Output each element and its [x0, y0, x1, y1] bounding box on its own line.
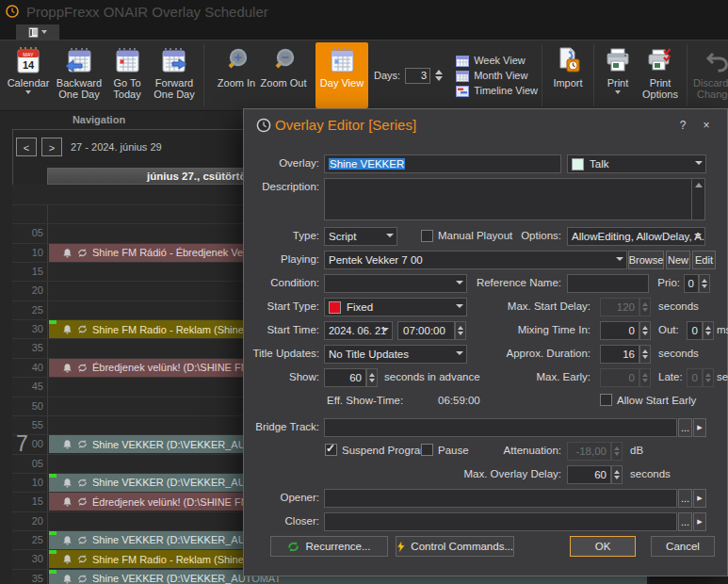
- timeline-view-button[interactable]: Timeline View: [456, 85, 538, 97]
- ok-button[interactable]: OK: [570, 536, 636, 557]
- print-button[interactable]: Print: [598, 42, 638, 108]
- time-gutter-label: 30: [12, 319, 43, 338]
- prio-spinner[interactable]: 0: [684, 274, 699, 293]
- help-button[interactable]: ?: [675, 119, 690, 132]
- discard-all-changes-button[interactable]: Discard All Changes: [691, 42, 728, 108]
- closer-input[interactable]: [324, 512, 677, 531]
- go-to-today-button[interactable]: Go To Today: [105, 42, 149, 108]
- playing-select[interactable]: Pentek Vekker 7 00: [324, 251, 627, 269]
- start-date-select[interactable]: 2024. 06. 21: [324, 321, 393, 340]
- chevron-down-icon: [41, 30, 47, 34]
- start-time-label: Start Time:: [244, 324, 319, 335]
- up-arrow-icon: [614, 470, 620, 474]
- closer-browse-button[interactable]: ...: [678, 512, 692, 531]
- type-select[interactable]: Script: [324, 227, 397, 246]
- week-view-button[interactable]: Week View: [456, 55, 538, 67]
- condition-select[interactable]: [324, 274, 467, 293]
- hour-label: 7: [16, 432, 28, 455]
- show-arrows[interactable]: [366, 368, 378, 387]
- max-overlay-delay-arrows[interactable]: [611, 465, 623, 484]
- mixing-in-arrows[interactable]: [639, 321, 651, 340]
- month-view-button[interactable]: Month View: [456, 70, 538, 82]
- up-arrow-icon: [705, 326, 711, 330]
- toolbar: MAY 14 Calendar Backward One Day Go To T…: [0, 40, 728, 111]
- new-button[interactable]: New: [666, 251, 690, 269]
- closer-play-button[interactable]: ▶: [693, 512, 706, 531]
- manual-playout-checkbox[interactable]: [421, 230, 433, 242]
- max-early-arrows[interactable]: [639, 368, 651, 387]
- next-range-button[interactable]: >: [41, 138, 62, 156]
- attenuation-spinner[interactable]: -18,00: [567, 442, 611, 461]
- list-menu-icon: [28, 27, 39, 38]
- max-start-delay-arrows[interactable]: [639, 298, 651, 316]
- down-arrow-icon: [458, 332, 463, 335]
- bridge-track-input[interactable]: [324, 418, 677, 437]
- time-gutter-label: 50: [12, 397, 43, 415]
- options-select[interactable]: AllowEditing, AllowDelay, A...: [567, 227, 705, 246]
- approx-duration-spinner[interactable]: 16: [600, 345, 639, 364]
- edit-button[interactable]: Edit: [692, 251, 716, 269]
- late-spinner[interactable]: 0: [687, 368, 703, 387]
- prio-spinner-arrows[interactable]: [699, 274, 710, 293]
- suspend-program-checkbox[interactable]: [325, 444, 337, 456]
- zoom-in-button[interactable]: Zoom In: [214, 42, 259, 108]
- show-spinner[interactable]: 60: [324, 368, 366, 387]
- refresh-icon: [77, 496, 88, 507]
- mixing-out-arrows[interactable]: [703, 321, 714, 340]
- up-arrow-icon: [642, 326, 648, 330]
- max-overlay-delay-spinner[interactable]: 60: [567, 465, 611, 484]
- recurrence-button[interactable]: Recurrence...: [270, 536, 388, 557]
- refresh-icon: [77, 363, 88, 373]
- control-commands-button[interactable]: Control Commands...: [396, 536, 514, 557]
- refresh-icon: [77, 478, 88, 488]
- overlay-name-input[interactable]: Shine VEKKER: [324, 154, 561, 173]
- overlay-category-select[interactable]: Talk: [567, 154, 706, 173]
- days-spinner-arrows[interactable]: [435, 70, 443, 81]
- chevron-down-icon: [25, 90, 31, 94]
- opener-browse-button[interactable]: ...: [678, 489, 692, 508]
- prev-range-button[interactable]: <: [16, 138, 37, 156]
- chevron-down-icon: [456, 304, 463, 308]
- opener-play-button[interactable]: ▶: [693, 489, 706, 508]
- cancel-button[interactable]: Cancel: [651, 536, 715, 557]
- attenuation-arrows[interactable]: [611, 442, 623, 461]
- description-textarea[interactable]: [324, 178, 705, 220]
- day-view-button[interactable]: Day View: [315, 42, 368, 108]
- days-spinner[interactable]: 3: [405, 68, 430, 84]
- event-status-marker: [49, 474, 57, 478]
- chevron-down-icon: [456, 351, 463, 355]
- zoom-out-button[interactable]: Zoom Out: [259, 42, 308, 108]
- mixing-out-spinner[interactable]: 0: [687, 321, 703, 340]
- backward-one-day-button[interactable]: Backward One Day: [53, 42, 105, 108]
- max-early-spinner[interactable]: 0: [600, 368, 639, 387]
- reference-name-input[interactable]: [567, 274, 649, 293]
- import-button[interactable]: Import: [546, 42, 590, 108]
- menu-tab[interactable]: [16, 24, 59, 40]
- browse-button[interactable]: Browse: [628, 251, 664, 269]
- title-updates-label: Title Updates:: [244, 348, 319, 359]
- forward-one-day-button[interactable]: Forward One Day: [149, 42, 200, 108]
- chevron-down-icon: [386, 234, 394, 237]
- calendar-button[interactable]: MAY 14 Calendar: [4, 42, 53, 108]
- up-arrow-icon: [702, 279, 707, 283]
- late-arrows[interactable]: [703, 368, 714, 387]
- down-arrow-icon: [435, 76, 443, 81]
- bridge-track-play-button[interactable]: ▶: [693, 418, 706, 437]
- chevron-down-icon: [616, 257, 623, 261]
- start-time-spinner[interactable]: 07:00:00: [397, 321, 455, 340]
- print-options-button[interactable]: Print Options: [638, 42, 683, 108]
- start-time-arrows[interactable]: [455, 321, 466, 340]
- pause-checkbox[interactable]: [421, 444, 433, 456]
- down-arrow-icon: [705, 332, 711, 335]
- days-label: Days:: [374, 70, 400, 81]
- allow-start-early-checkbox[interactable]: [600, 394, 612, 406]
- title-updates-select[interactable]: No Title Updates: [324, 345, 467, 364]
- bridge-track-browse-button[interactable]: ...: [678, 418, 692, 437]
- start-type-select[interactable]: Fixed: [324, 298, 467, 316]
- scrollbar[interactable]: [691, 179, 704, 219]
- opener-input[interactable]: [324, 489, 677, 508]
- approx-duration-arrows[interactable]: [639, 345, 651, 364]
- close-icon[interactable]: ×: [699, 119, 714, 132]
- mixing-in-spinner[interactable]: 0: [600, 321, 639, 340]
- max-start-delay-spinner[interactable]: 120: [600, 298, 639, 316]
